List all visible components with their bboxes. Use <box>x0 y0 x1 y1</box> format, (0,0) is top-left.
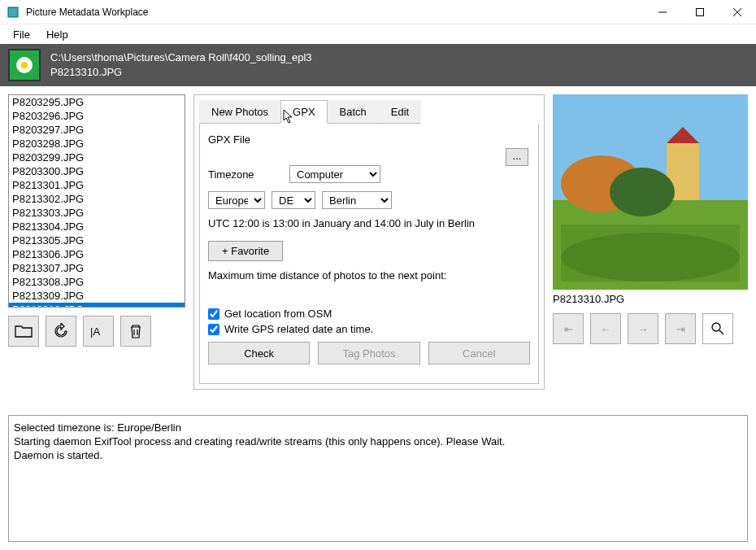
refresh-button[interactable] <box>46 316 76 347</box>
file-list-item[interactable]: P8213310.JPG <box>9 303 185 308</box>
prev-icon: ← <box>601 323 611 335</box>
open-folder-button[interactable] <box>8 316 39 347</box>
check-button[interactable]: Check <box>208 342 310 364</box>
svg-rect-2 <box>697 8 704 15</box>
tab-gpx[interactable]: GPX <box>280 100 327 124</box>
tab-edit[interactable]: Edit <box>379 100 421 124</box>
file-list-item[interactable]: P8213306.JPG <box>9 247 185 261</box>
osm-checkbox-label: Get location from OSM <box>224 308 332 320</box>
tab-panel: New PhotosGPXBatchEdit GPX File ... Time… <box>193 94 545 390</box>
menu-help[interactable]: Help <box>38 27 76 42</box>
last-icon: ⇥ <box>676 323 685 335</box>
browse-button[interactable]: ... <box>506 148 528 166</box>
cancel-button[interactable]: Cancel <box>428 342 530 364</box>
file-list-item[interactable]: P8213304.JPG <box>9 220 185 234</box>
header-filename: P8213310.JPG <box>50 65 312 80</box>
file-list-item[interactable]: P8203297.JPG <box>9 123 185 137</box>
log-line: Selected timezone is: Europe/Berlin <box>14 421 742 434</box>
file-list-item[interactable]: P8213309.JPG <box>9 289 185 303</box>
svg-point-7 <box>21 62 28 68</box>
file-list[interactable]: P8203295.JPGP8203296.JPGP8203297.JPGP820… <box>8 94 185 308</box>
file-list-item[interactable]: P8213303.JPG <box>9 206 185 220</box>
city-select[interactable]: Berlin <box>322 191 392 209</box>
utc-hint: UTC 12:00 is 13:00 in January and 14:00 … <box>208 217 530 229</box>
max-distance-label: Maximum time distance of photos to the n… <box>208 269 530 282</box>
rename-button[interactable]: |A <box>83 316 114 347</box>
svg-rect-0 <box>8 7 18 17</box>
file-list-item[interactable]: P8203298.JPG <box>9 137 185 151</box>
timezone-label: Timezone <box>208 168 289 181</box>
file-toolbar: |A <box>8 316 185 347</box>
log-panel[interactable]: Selected timezone is: Europe/BerlinStart… <box>8 415 748 542</box>
header-strip: C:\Users\thoma\Pictures\Camera Roll\f400… <box>0 44 756 86</box>
file-list-item[interactable]: P8213302.JPG <box>9 192 185 206</box>
file-list-item[interactable]: P8203300.JPG <box>9 164 185 178</box>
tab-row: New PhotosGPXBatchEdit <box>199 100 539 124</box>
tab-batch[interactable]: Batch <box>328 100 379 124</box>
first-icon: ⇤ <box>564 323 573 335</box>
file-list-item[interactable]: P8213301.JPG <box>9 178 185 192</box>
nav-first-button[interactable]: ⇤ <box>553 313 584 344</box>
zoom-icon <box>710 321 725 336</box>
app-icon <box>7 6 20 19</box>
zoom-button[interactable] <box>702 313 733 344</box>
menubar: File Help <box>0 24 756 44</box>
close-button[interactable] <box>719 0 756 24</box>
refresh-icon <box>53 323 69 339</box>
next-icon: → <box>638 323 649 335</box>
trash-icon <box>128 323 143 339</box>
gpsdate-checkbox-label: Write GPS related date an time. <box>224 323 373 335</box>
minimize-button[interactable] <box>644 0 681 24</box>
file-list-item[interactable]: P8203296.JPG <box>9 109 185 123</box>
window-title: Picture Metadata Workplace <box>26 7 644 18</box>
titlebar: Picture Metadata Workplace <box>0 0 756 24</box>
svg-point-17 <box>712 323 720 331</box>
gpsdate-checkbox[interactable] <box>208 324 219 335</box>
tab-new-photos[interactable]: New Photos <box>199 100 280 124</box>
tag-photos-button[interactable]: Tag Photos <box>318 342 419 364</box>
header-text: C:\Users\thoma\Pictures\Camera Roll\f400… <box>50 50 312 80</box>
nav-prev-button[interactable]: ← <box>590 313 621 344</box>
svg-line-18 <box>719 330 723 334</box>
maximize-button[interactable] <box>681 0 719 24</box>
file-list-item[interactable]: P8203299.JPG <box>9 151 185 164</box>
header-path: C:\Users\thoma\Pictures\Camera Roll\f400… <box>50 50 312 65</box>
window-controls <box>644 0 756 24</box>
preview-panel: P8213310.JPG ⇤ ← → ⇥ <box>553 94 748 390</box>
preview-image <box>553 94 748 290</box>
trash-button[interactable] <box>120 316 151 347</box>
log-line: Starting daemon ExifTool process and cre… <box>14 434 742 448</box>
file-list-item[interactable]: P8213305.JPG <box>9 234 185 247</box>
rename-icon: |A <box>89 324 107 338</box>
svg-text:|A: |A <box>90 325 100 338</box>
favorite-button[interactable]: + Favorite <box>208 241 283 261</box>
menu-file[interactable]: File <box>5 27 38 42</box>
region-select[interactable]: Europe <box>208 191 265 209</box>
tab-body-gpx: GPX File ... Timezone Computer Europe DE… <box>199 124 539 384</box>
gpx-file-label: GPX File <box>208 133 289 146</box>
country-select[interactable]: DE <box>272 191 315 209</box>
svg-point-16 <box>561 233 740 282</box>
file-list-item[interactable]: P8203295.JPG <box>9 95 185 109</box>
file-panel: P8203295.JPGP8203296.JPGP8203297.JPGP820… <box>8 94 185 390</box>
svg-point-14 <box>610 168 675 216</box>
timezone-mode-select[interactable]: Computer <box>289 165 380 183</box>
main-area: P8203295.JPGP8203296.JPGP8203297.JPGP820… <box>0 86 756 398</box>
preview-caption: P8213310.JPG <box>553 293 748 305</box>
nav-last-button[interactable]: ⇥ <box>665 313 696 344</box>
open-folder-icon <box>15 324 33 338</box>
log-line: Daemon is started. <box>14 448 742 462</box>
file-list-item[interactable]: P8213307.JPG <box>9 261 185 275</box>
nav-next-button[interactable]: → <box>628 313 658 344</box>
osm-checkbox[interactable] <box>208 308 219 320</box>
header-thumbnail <box>8 49 41 81</box>
file-list-item[interactable]: P8213308.JPG <box>9 275 185 289</box>
